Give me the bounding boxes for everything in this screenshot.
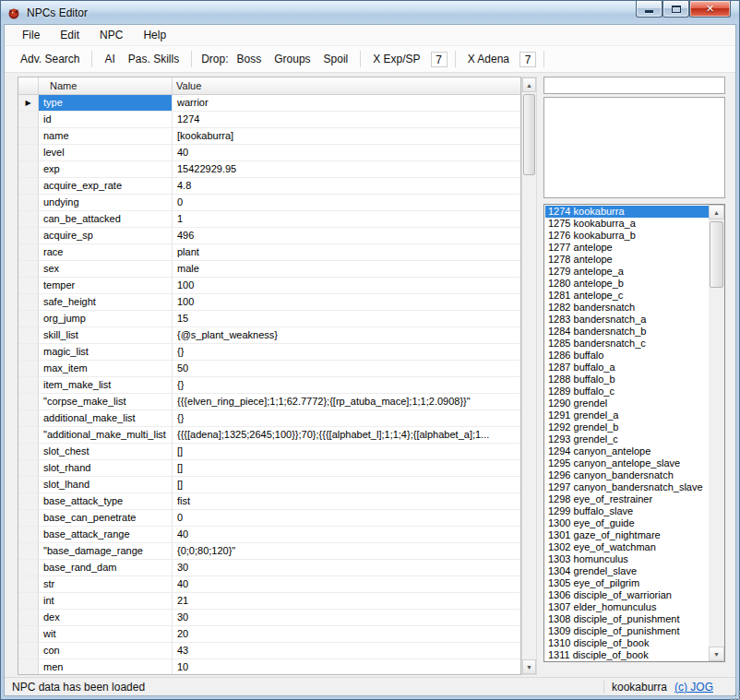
list-item[interactable]: 1294 canyon_antelope: [545, 445, 709, 457]
cell-value[interactable]: {}: [173, 377, 520, 394]
row-selector[interactable]: [18, 593, 39, 610]
row-selector[interactable]: [18, 377, 39, 394]
list-item[interactable]: 1296 canyon_bandersnatch: [545, 469, 709, 481]
row-selector[interactable]: [18, 460, 39, 477]
close-button[interactable]: ✕: [689, 1, 731, 18]
menu-item-help[interactable]: Help: [133, 26, 176, 44]
list-item[interactable]: 1282 bandersnatch: [545, 302, 709, 314]
row-selector[interactable]: [18, 493, 39, 510]
cell-value[interactable]: warrior: [173, 95, 520, 112]
cell-value[interactable]: 100: [173, 294, 520, 311]
cell-name[interactable]: "base_damage_range: [39, 543, 173, 560]
row-selector[interactable]: [18, 195, 39, 211]
column-header-value[interactable]: Value: [173, 77, 520, 94]
cell-name[interactable]: level: [39, 145, 173, 161]
list-item[interactable]: 1274 kookaburra: [545, 206, 709, 218]
row-selector[interactable]: [18, 361, 39, 377]
list-item[interactable]: 1292 grendel_b: [545, 421, 709, 433]
list-item[interactable]: 1297 canyon_bandersnatch_slave: [545, 481, 709, 493]
row-selector[interactable]: [18, 228, 39, 244]
row-selector[interactable]: [18, 261, 39, 278]
app-icon[interactable]: [6, 6, 21, 20]
cell-value[interactable]: []: [173, 444, 520, 460]
cell-name[interactable]: skill_list: [39, 327, 173, 344]
list-item[interactable]: 1289 buffalo_c: [545, 386, 709, 397]
row-selector[interactable]: [18, 311, 39, 327]
grid-scrollbar[interactable]: ▲ ▼: [521, 77, 537, 675]
cell-value[interactable]: 496: [173, 228, 520, 244]
cell-name[interactable]: can_be_attacked: [39, 211, 173, 228]
list-item[interactable]: 1281 antelope_c: [545, 290, 709, 302]
list-item[interactable]: 1306 disciple_of_warriorian: [545, 589, 709, 601]
cell-name[interactable]: additional_make_list: [39, 410, 173, 427]
column-header-name[interactable]: Name: [39, 77, 173, 94]
row-selector[interactable]: [18, 211, 39, 228]
scroll-thumb[interactable]: [523, 94, 535, 175]
exp-sp-multiplier-toggle[interactable]: X Exp/SP: [366, 50, 426, 68]
list-item[interactable]: 1284 bandersnatch_b: [545, 326, 709, 338]
cell-name[interactable]: base_attack_range: [39, 527, 173, 543]
cell-name[interactable]: safe_height: [39, 294, 173, 311]
row-selector[interactable]: [18, 610, 39, 626]
cell-value[interactable]: 1274: [173, 112, 520, 128]
cell-name[interactable]: men: [39, 659, 173, 674]
cell-name[interactable]: slot_lhand: [39, 477, 173, 493]
row-selector[interactable]: [18, 659, 39, 674]
list-item[interactable]: 1303 homunculus: [545, 553, 709, 565]
cell-value[interactable]: {{{elven_ring_piece];1;1;62.7772};{[rp_a…: [173, 394, 520, 410]
cell-value[interactable]: 40: [173, 145, 520, 161]
cell-value[interactable]: plant: [173, 244, 520, 261]
cell-name[interactable]: race: [39, 244, 173, 261]
row-selector[interactable]: [18, 576, 39, 593]
cell-value[interactable]: {{{[adena];1325;2645;100}};70};{{{[alpha…: [173, 427, 520, 444]
cell-value[interactable]: 21: [173, 593, 520, 610]
list-item[interactable]: 1311 disciple_of_book: [545, 649, 709, 660]
cell-value[interactable]: 30: [173, 610, 520, 626]
list-item[interactable]: 1310 disciple_of_book: [545, 637, 709, 649]
list-item[interactable]: 1307 elder_homunculus: [545, 601, 709, 613]
row-selector[interactable]: [18, 560, 39, 576]
cell-value[interactable]: {@s_plant_weakness}: [173, 327, 520, 344]
cell-value[interactable]: fist: [173, 493, 520, 510]
cell-name[interactable]: undying: [39, 195, 173, 211]
adena-multiplier-field[interactable]: 7: [519, 52, 536, 67]
spoil-button[interactable]: Spoil: [317, 50, 355, 68]
cell-name[interactable]: type: [39, 95, 173, 112]
row-selector[interactable]: [18, 543, 39, 560]
cell-value[interactable]: []: [173, 460, 520, 477]
boss-button[interactable]: Boss: [231, 50, 269, 68]
cell-value[interactable]: {0;0;80;120}": [173, 543, 520, 560]
menu-item-file[interactable]: File: [12, 26, 50, 44]
list-item[interactable]: 1308 disciple_of_punishment: [545, 613, 709, 625]
cell-name[interactable]: int: [39, 593, 173, 610]
minimize-button[interactable]: [636, 1, 662, 18]
cell-name[interactable]: id: [39, 112, 173, 128]
list-item[interactable]: 1279 antelope_a: [545, 266, 709, 278]
menu-item-npc[interactable]: NPC: [90, 26, 133, 44]
row-selector[interactable]: [18, 477, 39, 493]
row-selector[interactable]: [18, 344, 39, 361]
list-item[interactable]: 1300 eye_of_guide: [545, 517, 709, 529]
cell-name[interactable]: max_item: [39, 361, 173, 377]
scroll-up-button[interactable]: ▲: [522, 77, 536, 92]
cell-value[interactable]: 15422929.95: [173, 161, 520, 178]
list-item[interactable]: 1288 buffalo_b: [545, 374, 709, 386]
titlebar[interactable]: NPCs Editor ✕: [1, 1, 739, 24]
row-selector[interactable]: [18, 161, 39, 178]
maximize-button[interactable]: [662, 1, 689, 18]
cell-value[interactable]: 4.8: [173, 178, 520, 195]
cell-name[interactable]: exp: [39, 161, 173, 178]
cell-name[interactable]: slot_chest: [39, 444, 173, 460]
scroll-up-button[interactable]: ▲: [709, 205, 724, 219]
row-selector[interactable]: [18, 626, 39, 643]
list-item[interactable]: 1285 bandersnatch_c: [545, 338, 709, 350]
cell-name[interactable]: con: [39, 643, 173, 659]
list-item[interactable]: 1302 eye_of_watchman: [545, 541, 709, 553]
cell-value[interactable]: 15: [173, 311, 520, 327]
list-item[interactable]: 1275 kookaburra_a: [545, 218, 709, 230]
cell-value[interactable]: []: [173, 477, 520, 493]
row-selector[interactable]: [18, 112, 39, 128]
cell-value[interactable]: {}: [173, 344, 520, 361]
list-item[interactable]: 1286 buffalo: [545, 350, 709, 362]
row-selector[interactable]: ▶: [18, 95, 39, 112]
